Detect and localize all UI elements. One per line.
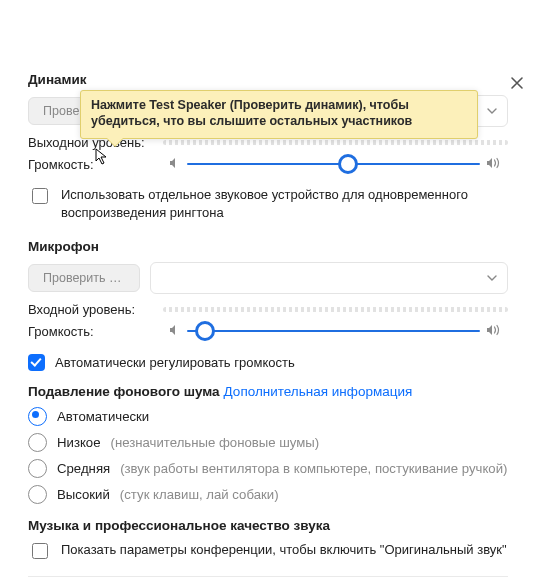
input-level-label: Входной уровень:: [28, 302, 163, 317]
input-level-meter: [163, 307, 508, 312]
test-mic-button[interactable]: Проверить м…: [28, 264, 140, 292]
noise-info-link[interactable]: Дополнительная информация: [224, 384, 413, 399]
mic-heading: Микрофон: [28, 239, 508, 254]
chevron-down-icon: [487, 275, 497, 281]
separate-ringtone-label: Использовать отдельное звуковое устройст…: [61, 186, 508, 221]
speaker-low-icon: [169, 324, 181, 339]
original-sound-label: Показать параметры конференции, чтобы вк…: [61, 541, 507, 559]
noise-option-2[interactable]: Средняя (звук работы вентилятора в компь…: [28, 459, 508, 478]
speaker-low-icon: [169, 157, 181, 172]
speaker-high-icon: [486, 157, 502, 172]
noise-option-label: Высокий: [57, 487, 110, 502]
divider: [28, 576, 508, 577]
chevron-down-icon: [487, 108, 497, 114]
radio-icon: [28, 433, 47, 452]
noise-option-label: Автоматически: [57, 409, 149, 424]
auto-adjust-label: Автоматически регулировать громкость: [55, 354, 295, 372]
noise-option-0[interactable]: Автоматически: [28, 407, 508, 426]
cursor-icon: [95, 148, 109, 169]
speaker-high-icon: [486, 324, 502, 339]
noise-option-1[interactable]: Низкое (незначительные фоновые шумы): [28, 433, 508, 452]
noise-option-hint: (незначительные фоновые шумы): [111, 435, 320, 450]
mic-volume-label: Громкость:: [28, 324, 163, 339]
noise-option-3[interactable]: Высокий (стук клавиш, лай собаки): [28, 485, 508, 504]
mic-device-dropdown[interactable]: [150, 262, 508, 294]
mic-volume-slider[interactable]: [187, 323, 480, 339]
speaker-heading: Динамик: [28, 72, 508, 87]
radio-icon: [28, 485, 47, 504]
noise-option-label: Средняя: [57, 461, 110, 476]
output-level-meter: [163, 140, 508, 145]
tooltip-text: Нажмите Test Speaker (Проверить динамик)…: [91, 97, 467, 130]
original-sound-checkbox[interactable]: [32, 543, 48, 559]
noise-option-label: Низкое: [57, 435, 101, 450]
speaker-test-tooltip: Нажмите Test Speaker (Проверить динамик)…: [80, 90, 478, 139]
music-heading: Музыка и профессиональное качество звука: [28, 518, 508, 533]
radio-icon: [28, 407, 47, 426]
close-button[interactable]: [510, 76, 524, 90]
separate-ringtone-checkbox[interactable]: [32, 188, 48, 204]
radio-icon: [28, 459, 47, 478]
noise-heading: Подавление фонового шумаДополнительная и…: [28, 384, 508, 399]
speaker-volume-slider[interactable]: [187, 156, 480, 172]
auto-adjust-checkbox[interactable]: [28, 354, 45, 371]
noise-option-hint: (звук работы вентилятора в компьютере, п…: [120, 461, 507, 476]
noise-option-hint: (стук клавиш, лай собаки): [120, 487, 279, 502]
